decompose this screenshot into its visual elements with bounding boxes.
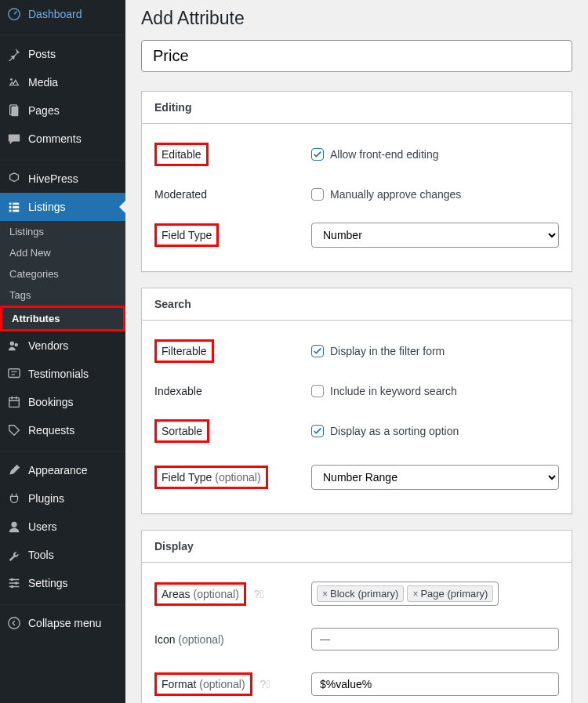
media-icon xyxy=(6,74,22,90)
sidebar-label: Users xyxy=(28,520,57,533)
sidebar-label: Collapse menu xyxy=(28,617,101,629)
sidebar-label: Tools xyxy=(28,549,54,561)
sidebar-item-comments[interactable]: Comments xyxy=(0,125,125,153)
svg-point-16 xyxy=(15,582,18,585)
svg-point-11 xyxy=(14,343,18,347)
submenu-item-tags[interactable]: Tags xyxy=(0,284,125,306)
editable-checkbox[interactable] xyxy=(311,148,324,161)
submenu-item-categories[interactable]: Categories xyxy=(0,263,125,284)
sidebar-item-requests[interactable]: Requests xyxy=(0,416,125,444)
brush-icon xyxy=(6,462,22,478)
sidebar-item-tools[interactable]: Tools xyxy=(0,541,125,569)
calendar-icon xyxy=(6,394,22,410)
svg-point-1 xyxy=(10,78,13,81)
sidebar-label: Requests xyxy=(28,424,74,437)
svg-rect-5 xyxy=(13,203,19,205)
search-section: Search Filterable Display in the filter … xyxy=(141,288,572,514)
sidebar-label: Listings xyxy=(28,201,65,213)
svg-point-17 xyxy=(11,585,14,589)
indexable-checkbox[interactable] xyxy=(311,385,324,397)
sidebar-item-listings[interactable]: Listings xyxy=(0,193,125,221)
sidebar-item-settings[interactable]: Settings xyxy=(0,569,125,597)
search-fieldtype-label: Field Type (optional) xyxy=(154,466,268,489)
sidebar-label: HivePress xyxy=(28,172,78,185)
sidebar-item-dashboard[interactable]: Dashboard xyxy=(0,0,125,28)
svg-rect-12 xyxy=(9,369,20,378)
svg-rect-13 xyxy=(9,398,20,408)
svg-rect-8 xyxy=(9,210,12,212)
hivepress-icon xyxy=(6,171,22,187)
sidebar-item-media[interactable]: Media xyxy=(0,68,125,96)
format-label: Format (optional) xyxy=(154,672,252,696)
indexable-check-label: Include in keyword search xyxy=(330,385,457,397)
moderated-checkbox[interactable] xyxy=(311,188,324,201)
sidebar-item-users[interactable]: Users xyxy=(0,513,125,541)
format-input[interactable] xyxy=(311,672,559,696)
areas-label: Areas (optional) xyxy=(154,582,246,606)
sidebar-label: Bookings xyxy=(28,396,74,408)
admin-sidebar: Dashboard Posts Media Pages Comments Hiv… xyxy=(0,0,125,703)
sortable-checkbox[interactable] xyxy=(311,425,324,437)
editing-section: Editing Editable Allow front-end editing… xyxy=(141,91,572,272)
svg-rect-4 xyxy=(9,203,12,205)
sidebar-item-hivepress[interactable]: HivePress xyxy=(0,165,125,193)
svg-point-14 xyxy=(11,522,16,527)
main-content: Add Attribute Editing Editable Allow fro… xyxy=(125,0,588,703)
help-icon[interactable]: ?⃝ xyxy=(260,678,270,690)
remove-tag-icon[interactable]: × xyxy=(322,589,328,600)
sidebar-item-plugins[interactable]: Plugins xyxy=(0,484,125,513)
editable-check-label: Allow front-end editing xyxy=(330,148,439,161)
editing-fieldtype-select[interactable]: Number xyxy=(311,223,559,248)
svg-rect-3 xyxy=(11,107,18,117)
sidebar-label: Comments xyxy=(28,132,82,145)
tag-icon xyxy=(6,422,22,438)
users-icon xyxy=(6,338,22,353)
pages-icon xyxy=(6,103,22,118)
section-heading: Editing xyxy=(142,92,572,124)
sidebar-item-posts[interactable]: Posts xyxy=(0,40,125,68)
dashboard-icon xyxy=(6,6,22,22)
wrench-icon xyxy=(6,547,22,563)
svg-rect-9 xyxy=(13,210,19,212)
sidebar-collapse[interactable]: Collapse menu xyxy=(0,609,125,637)
icon-select[interactable]: — xyxy=(311,628,559,650)
svg-rect-6 xyxy=(9,206,12,208)
icon-label: Icon (optional) xyxy=(154,633,224,646)
moderated-label: Moderated xyxy=(154,188,207,201)
submenu-item-addnew[interactable]: Add New xyxy=(0,242,125,263)
sortable-check-label: Display as a sorting option xyxy=(330,425,459,437)
svg-rect-7 xyxy=(13,206,19,208)
sidebar-item-testimonials[interactable]: Testimonials xyxy=(0,360,125,388)
filterable-check-label: Display in the filter form xyxy=(330,345,445,357)
sidebar-label: Dashboard xyxy=(28,8,82,20)
submenu-item-listings[interactable]: Listings xyxy=(0,221,125,242)
svg-point-15 xyxy=(11,578,14,582)
area-tag[interactable]: ×Block (primary) xyxy=(317,585,404,602)
editable-label: Editable xyxy=(154,143,209,166)
sidebar-label: Settings xyxy=(28,577,68,589)
filterable-label: Filterable xyxy=(154,339,214,363)
user-icon xyxy=(6,519,22,534)
sidebar-item-appearance[interactable]: Appearance xyxy=(0,456,125,484)
area-tag[interactable]: ×Page (primary) xyxy=(407,585,493,602)
pin-icon xyxy=(6,46,22,62)
sortable-label: Sortable xyxy=(154,419,209,443)
areas-select[interactable]: ×Block (primary) ×Page (primary) xyxy=(311,582,499,606)
sidebar-label: Vendors xyxy=(28,339,68,352)
sidebar-label: Testimonials xyxy=(28,368,89,380)
help-icon[interactable]: ?⃝ xyxy=(254,588,264,600)
submenu-item-attributes[interactable]: Attributes xyxy=(2,308,123,329)
sidebar-item-vendors[interactable]: Vendors xyxy=(0,332,125,360)
quote-icon xyxy=(6,366,22,382)
sliders-icon xyxy=(6,575,22,591)
collapse-icon xyxy=(6,615,22,631)
filterable-checkbox[interactable] xyxy=(311,345,324,357)
sidebar-label: Posts xyxy=(28,48,56,60)
attribute-name-input[interactable] xyxy=(141,40,572,72)
page-title: Add Attribute xyxy=(141,8,572,29)
search-fieldtype-select[interactable]: Number Range xyxy=(311,465,559,490)
remove-tag-icon[interactable]: × xyxy=(412,589,418,600)
fieldtype-label: Field Type xyxy=(154,223,219,247)
sidebar-item-pages[interactable]: Pages xyxy=(0,96,125,125)
sidebar-item-bookings[interactable]: Bookings xyxy=(0,388,125,416)
